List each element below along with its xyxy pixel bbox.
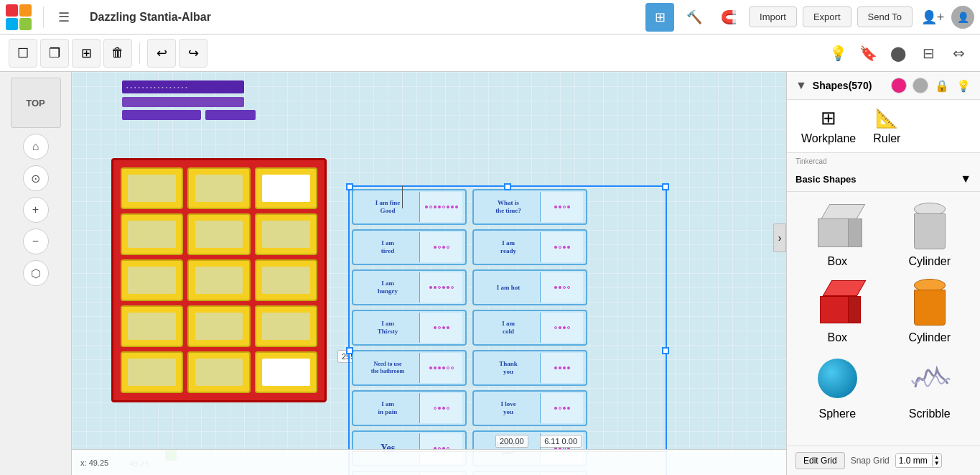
undo-button[interactable]: ↩	[147, 39, 176, 68]
box-side	[848, 218, 862, 247]
shape-thumb-sphere	[805, 353, 869, 403]
aac-text: Need to usethe bathroom	[356, 361, 419, 374]
export-button[interactable]: Export	[803, 6, 851, 27]
handle-tr[interactable]	[662, 183, 669, 190]
aac-card-fine[interactable]: I am fineGood	[352, 189, 467, 225]
shape-thumb-cyl-orange	[897, 277, 962, 327]
copy-button[interactable]: ❐	[40, 39, 69, 68]
shape-item-cyl-gray[interactable]: Cylinder	[888, 200, 972, 268]
menu-button[interactable]: ☰	[50, 3, 78, 32]
perspective-button[interactable]: ⬡	[23, 260, 49, 286]
snap-down-arrow[interactable]: ▼	[934, 461, 940, 466]
box-gray-shape	[812, 204, 862, 247]
ruler-button[interactable]: 📐 Ruler	[867, 104, 906, 148]
main-area: TOP ⌂ ⊙ + − ⬡ ▪▪▪▪▪▪▪▪▪▪▪▪▪▪▪▪	[0, 72, 980, 475]
new-button[interactable]: ☐	[9, 39, 37, 68]
shape-label: Box	[827, 331, 847, 344]
shape-item-box-red[interactable]: Box	[795, 277, 879, 344]
shape-label: Cylinder	[908, 331, 951, 344]
aac-card-time[interactable]: What isthe time?	[472, 189, 587, 225]
group-button[interactable]: ⊞	[72, 39, 101, 68]
visibility-icon[interactable]: 💡	[956, 78, 971, 93]
aac-card-tired[interactable]: I amtired	[352, 229, 467, 265]
send-to-button[interactable]: Send To	[857, 6, 913, 27]
aac-card-thirsty[interactable]: I amThirsty	[352, 310, 467, 346]
braille-dots	[540, 313, 583, 343]
lock-icon[interactable]: 🔒	[934, 78, 950, 93]
snap-grid-input[interactable]	[896, 454, 932, 467]
aac-card-loveyou[interactable]: I loveyou	[472, 390, 587, 426]
shape-label: Sphere	[818, 407, 856, 420]
redo-button[interactable]: ↪	[179, 39, 207, 68]
workplane-button[interactable]: ⊞ Workplane	[795, 104, 862, 148]
snap-stepper[interactable]: ▲ ▼	[932, 455, 941, 466]
bottom-status-bar: x: 49.25	[72, 449, 786, 475]
red-board[interactable]	[111, 158, 327, 402]
braille-dots	[419, 272, 462, 303]
shape-light-icon[interactable]: 💡	[825, 40, 851, 66]
aac-card-pain[interactable]: I amin pain	[352, 390, 467, 426]
aac-text: What isthe time?	[477, 199, 540, 215]
braille-dots	[540, 353, 583, 383]
aac-card-hot[interactable]: I am hot	[472, 269, 587, 305]
shapes-dropdown-arrow[interactable]: ▼	[795, 79, 807, 92]
align-icon[interactable]: ⊟	[915, 40, 941, 66]
toolbar2: ☐ ❐ ⊞ 🗑 ↩ ↪ 💡 🔖 ⬤ ⊟ ⇔	[0, 34, 980, 72]
shape-item-scribble[interactable]: Scribble	[888, 353, 972, 420]
rbox-top	[822, 280, 866, 296]
edit-grid-button[interactable]: Edit Grid	[795, 452, 845, 469]
toolbar2-right: 💡 🔖 ⬤ ⊟ ⇔	[825, 40, 971, 66]
aac-card-thankyou[interactable]: Thankyou	[472, 350, 587, 386]
add-user-button[interactable]: 👤+	[918, 3, 947, 32]
purple-bar-1: ▪▪▪▪▪▪▪▪▪▪▪▪▪▪▪▪	[122, 80, 244, 93]
grid-controls: Edit Grid Snap Grid ▲ ▼	[787, 446, 980, 475]
board-cell	[121, 305, 183, 347]
build-mode-button[interactable]: 🔨	[680, 3, 709, 32]
aac-card-cold[interactable]: I amcold	[472, 310, 587, 346]
avatar[interactable]: 👤	[951, 6, 974, 29]
aac-text: I amready	[477, 239, 540, 255]
box-red-shape	[814, 280, 861, 323]
shape-label: Cylinder	[908, 255, 951, 268]
purple-bar-2	[122, 97, 244, 107]
braille-dots	[419, 232, 462, 262]
panel-collapse-button[interactable]: ›	[773, 223, 786, 252]
shape-item-sphere[interactable]: Sphere	[795, 353, 879, 420]
ruler-icon: 📐	[875, 107, 898, 129]
shape-reflect-icon[interactable]: ⬤	[885, 40, 911, 66]
aac-card-ready[interactable]: I amready	[472, 229, 587, 265]
braille-dots	[419, 313, 462, 343]
board-cell	[255, 167, 317, 209]
aac-right-column: What isthe time? I amready I am hot	[472, 189, 587, 475]
canvas-area[interactable]: ▪▪▪▪▪▪▪▪▪▪▪▪▪▪▪▪	[72, 72, 786, 475]
color-pink-button[interactable]	[891, 78, 907, 93]
tinkercad-logo[interactable]	[6, 4, 32, 30]
flip-icon[interactable]: ⇔	[946, 40, 971, 66]
shape-item-cyl-orange[interactable]: Cylinder	[888, 277, 972, 344]
zoom-in-button[interactable]: +	[23, 197, 49, 223]
handle-mr[interactable]	[662, 347, 669, 354]
home-button[interactable]: ⌂	[23, 134, 49, 160]
simulate-button[interactable]: 🧲	[714, 3, 743, 32]
import-button[interactable]: Import	[749, 6, 797, 27]
aac-card-bathroom[interactable]: Need to usethe bathroom	[352, 350, 467, 386]
top-decoration: ▪▪▪▪▪▪▪▪▪▪▪▪▪▪▪▪	[122, 80, 256, 120]
braille-dots	[540, 272, 583, 303]
shapes-title: Shapes(570)	[813, 80, 885, 91]
purple-bars-row	[122, 110, 256, 120]
delete-button[interactable]: 🗑	[103, 39, 132, 68]
view-top-button[interactable]: TOP	[11, 78, 61, 128]
shape-note-icon[interactable]: 🔖	[855, 40, 881, 66]
shape-item-box-gray[interactable]: Box	[795, 200, 879, 268]
grid-view-button[interactable]: ⊞	[645, 3, 674, 32]
left-panel: TOP ⌂ ⊙ + − ⬡	[0, 72, 72, 475]
color-gray-button[interactable]	[913, 78, 928, 93]
basic-shapes-dropdown-arrow[interactable]: ▼	[960, 172, 971, 185]
dimension-depth: 6.11 0.00	[540, 435, 582, 448]
shape-thumb-cyl-gray	[897, 200, 962, 251]
cyl-orange-shape	[910, 279, 949, 326]
zoom-out-button[interactable]: −	[23, 229, 49, 254]
braille-dots	[419, 393, 462, 423]
aac-card-hungry[interactable]: I amhungry	[352, 269, 467, 305]
fit-button[interactable]: ⊙	[23, 165, 49, 191]
